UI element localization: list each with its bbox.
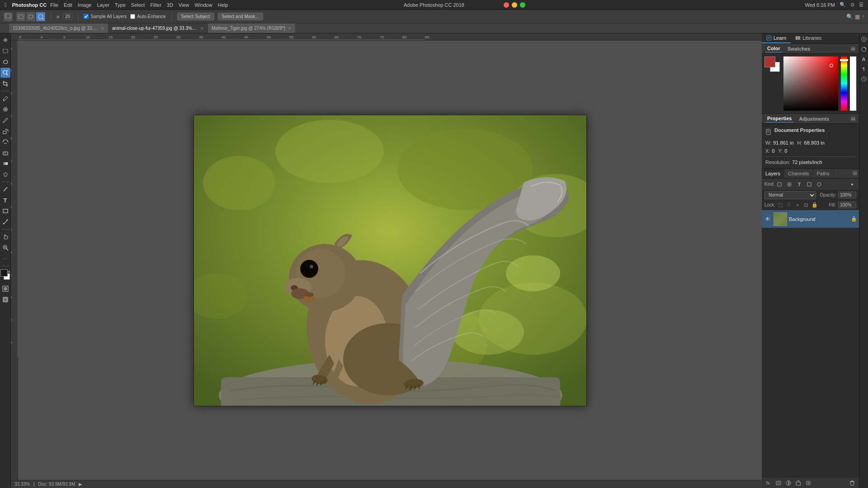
white-strip[interactable] (850, 56, 856, 111)
extra-tools-button[interactable]: ··· (0, 253, 10, 263)
learn-tab[interactable]: Learn (762, 33, 791, 43)
tab-0[interactable]: 15398330585_4b240526cc_o.jpg @ 33.3% (RG… (9, 23, 108, 33)
layers-filter-smartobj[interactable] (815, 180, 823, 188)
menu-edit[interactable]: Edit (64, 2, 72, 8)
lock-artboard-icon[interactable] (802, 202, 810, 209)
maximize-button[interactable] (520, 2, 525, 8)
options-grid-icon[interactable]: ▦ (855, 14, 860, 20)
add-fx-button[interactable]: fx (764, 479, 773, 487)
opacity-input[interactable] (838, 192, 856, 198)
add-layer-button[interactable] (804, 479, 812, 487)
rect-select-icon[interactable] (16, 12, 25, 21)
select-subject-button[interactable]: Select Subject (177, 13, 214, 20)
brush-tool-button[interactable] (0, 115, 10, 125)
siri-icon[interactable]: ⊙ (850, 2, 854, 8)
eraser-tool-button[interactable] (0, 148, 10, 158)
delete-layer-button[interactable] (848, 479, 856, 487)
brush-size-value[interactable]: 20 (63, 13, 72, 20)
tab-2[interactable]: Maltese_Tiger.jpg @ 274% (RGB/8*) ✕ (208, 23, 296, 33)
rect-shape-button[interactable] (0, 206, 10, 216)
layers-panel-collapse[interactable]: — (853, 171, 857, 175)
zoom-tool-button[interactable] (0, 243, 10, 253)
swatches-tab[interactable]: Swatches (786, 45, 812, 52)
menu-help[interactable]: Help (218, 2, 228, 8)
tab-close-0[interactable]: ✕ (101, 26, 104, 31)
layer-row-background[interactable]: 👁 Background 🔒 (762, 210, 859, 228)
status-arrow-icon[interactable]: ▶ (79, 482, 82, 487)
screen-mode-button[interactable] (0, 295, 10, 305)
layers-filter-type[interactable]: T (795, 180, 803, 188)
clone-stamp-button[interactable] (0, 126, 10, 136)
libraries-tab[interactable]: Libraries (791, 33, 826, 43)
tab-1[interactable]: animal-close-up-fur-47359.jpg @ 33.3% (R… (108, 23, 208, 33)
lasso-tool-button[interactable] (0, 57, 10, 67)
right-type-icon[interactable]: A (860, 55, 868, 63)
menu-image[interactable]: Image (78, 2, 92, 8)
sample-all-layers-checkbox[interactable] (84, 14, 89, 19)
quick-selection-tool-button[interactable] (0, 68, 10, 78)
rect-marquee-tool-button[interactable] (0, 46, 10, 56)
add-mask-button[interactable] (774, 479, 783, 487)
tab-close-2[interactable]: ✕ (288, 26, 292, 31)
hand-tool-button[interactable] (0, 232, 10, 242)
color-hue-strip[interactable] (841, 56, 847, 111)
tab-close-1[interactable]: ✕ (200, 26, 204, 31)
options-search-icon[interactable]: 🔍 (846, 14, 853, 20)
minimize-button[interactable] (512, 2, 517, 8)
move-tool-button[interactable]: ✥ (0, 35, 10, 45)
foreground-swatch[interactable] (764, 56, 775, 67)
menu-type[interactable]: Type (115, 2, 126, 8)
color-spectrum[interactable] (783, 56, 838, 111)
menu-filter[interactable]: Filter (150, 2, 161, 8)
color-tab[interactable]: Color (765, 45, 782, 52)
lock-image-icon[interactable] (785, 202, 793, 209)
blur-tool-button[interactable] (0, 169, 10, 179)
add-adjustment-button[interactable] (784, 479, 793, 487)
eyedropper-tool-button[interactable] (0, 94, 10, 103)
apple-logo-icon[interactable]:  (5, 1, 7, 8)
layers-filter-shape[interactable] (805, 180, 813, 188)
layers-filter-toggle[interactable]: ● (848, 180, 856, 188)
history-brush-button[interactable] (0, 137, 10, 147)
ellipse-select-icon[interactable] (26, 12, 35, 21)
menu-file[interactable]: File (50, 2, 58, 8)
search-icon[interactable]: 🔍 (840, 2, 846, 8)
right-info-icon[interactable] (860, 35, 868, 43)
lock-all-icon[interactable]: 🔒 (811, 202, 818, 209)
channels-tab[interactable]: Channels (784, 169, 813, 178)
layer-visibility-icon[interactable]: 👁 (764, 215, 772, 223)
crop-tool-button[interactable] (0, 79, 10, 89)
menu-extras-icon[interactable]: ☰ (859, 2, 863, 8)
menu-window[interactable]: Window (195, 2, 212, 8)
menu-view[interactable]: View (179, 2, 189, 8)
fg-bg-colors[interactable]: ⇄ (0, 269, 10, 282)
quick-mask-button[interactable] (0, 284, 10, 294)
heal-brush-button[interactable] (0, 104, 10, 114)
options-share-icon[interactable]: ↑ (862, 14, 864, 20)
layers-tab[interactable]: Layers (762, 169, 784, 178)
path-select-button[interactable] (0, 184, 10, 194)
layers-filter-adjustment[interactable] (785, 180, 793, 188)
pen-tool-button[interactable] (0, 217, 10, 227)
properties-panel-collapse[interactable]: — (851, 117, 855, 121)
close-button[interactable] (504, 2, 509, 8)
foreground-color-swatch[interactable] (0, 269, 8, 277)
add-group-button[interactable] (794, 479, 802, 487)
select-and-mask-button[interactable]: Select and Mask... (218, 13, 263, 20)
auto-enhance-checkbox[interactable] (130, 14, 135, 19)
lock-transparent-icon[interactable] (777, 202, 784, 209)
right-history-icon[interactable] (860, 75, 868, 83)
blend-mode-select[interactable]: Normal (764, 191, 816, 199)
adjustments-tab[interactable]: Adjustments (797, 115, 831, 122)
color-panel-collapse[interactable]: — (851, 47, 855, 51)
layers-filter-pixel[interactable] (775, 180, 783, 188)
lock-position-icon[interactable] (794, 202, 801, 209)
fill-input[interactable] (838, 202, 856, 208)
menu-layer[interactable]: Layer (97, 2, 109, 8)
right-color-icon[interactable] (860, 45, 868, 53)
menu-select[interactable]: Select (131, 2, 145, 8)
quick-select-icon[interactable] (36, 12, 45, 21)
gradient-tool-button[interactable] (0, 159, 10, 169)
properties-tab[interactable]: Properties (765, 115, 793, 122)
menu-3d[interactable]: 3D (167, 2, 173, 8)
